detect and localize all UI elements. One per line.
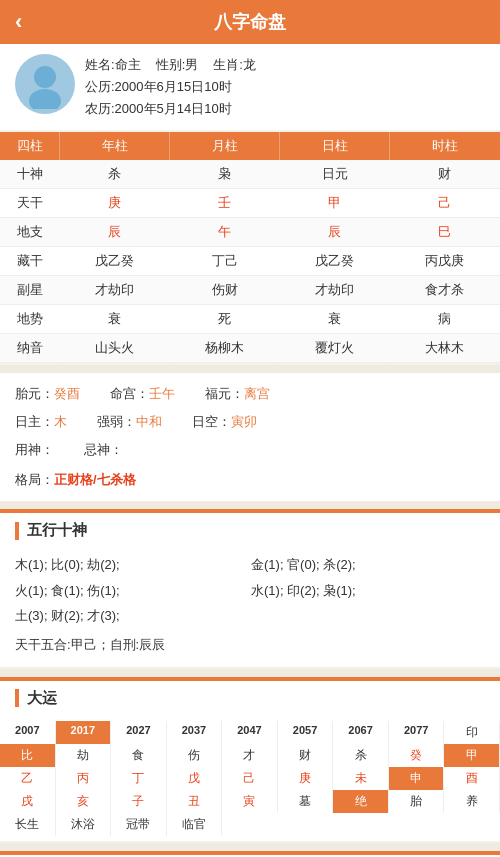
table-row: 纳音 山头火 杨柳木 覆灯火 大林木	[0, 334, 500, 363]
row-label: 十神	[0, 160, 60, 188]
row-label: 天干	[0, 189, 60, 217]
cell-hour-fuxing: 食才杀	[390, 276, 500, 304]
avatar	[15, 54, 75, 114]
cell-day-canggan: 戊乙癸	[280, 247, 390, 275]
cell-month-shishen: 枭	[170, 160, 280, 188]
bazi-table: 四柱 年柱 月柱 日柱 时柱 十神 杀 枭 日元 财 天干 庚 壬 甲 己 地支…	[0, 132, 500, 363]
cell-year-canggan: 戊乙癸	[60, 247, 170, 275]
taiyuan-label: 胎元：癸酉	[15, 381, 80, 407]
dayun-shishen-cell: 食	[111, 744, 167, 767]
dayun-dizhi-cell: 申	[389, 767, 445, 790]
dayun-shishen-cell: 伤	[167, 744, 223, 767]
qiangrou-value: 中和	[136, 414, 162, 429]
profile-gender: 性别:男	[156, 54, 199, 76]
dayun-tiangan-cell: 戊	[167, 767, 223, 790]
section-bar-icon	[15, 689, 19, 707]
page-title: 八字命盘	[214, 12, 286, 32]
qiangrou-label: 强弱：中和	[97, 409, 162, 435]
cell-month-dishi: 死	[170, 305, 280, 333]
dayun-tiangan-cell: 庚	[278, 767, 334, 790]
table-row: 地势 衰 死 衰 病	[0, 305, 500, 334]
col-header-year: 年柱	[60, 132, 170, 160]
row-label: 地势	[0, 305, 60, 333]
cell-year-nayin: 山头火	[60, 334, 170, 362]
table-row: 天干 庚 壬 甲 己	[0, 189, 500, 218]
dayun-dizhi-cell: 子	[111, 790, 167, 813]
dayun-year-cell[interactable]: 2027	[111, 721, 167, 744]
cell-day-nayin: 覆灯火	[280, 334, 390, 362]
cell-hour-nayin: 大林木	[390, 334, 500, 362]
dayun-year-cell[interactable]: 2047	[222, 721, 278, 744]
dayun-state-cell: 沐浴	[56, 813, 112, 836]
dayun-year-cell[interactable]: 2067	[333, 721, 389, 744]
wuxing-line-empty	[251, 604, 485, 627]
svg-point-0	[34, 66, 56, 88]
cell-hour-tiangan: 己	[390, 189, 500, 217]
dayun-shishen-cell: 劫	[56, 744, 112, 767]
dayun-shishen-cell: 比	[0, 744, 56, 767]
minggong-label: 命宫：壬午	[110, 381, 175, 407]
wuxing-title-bar: 五行十神	[0, 509, 500, 548]
dayun-state-cell: 墓	[278, 790, 334, 813]
table-header: 四柱 年柱 月柱 日柱 时柱	[0, 132, 500, 160]
fuku-value: 离宫	[244, 386, 270, 401]
dayun-year-cell[interactable]: 2017	[56, 721, 112, 744]
dayun-year-cell[interactable]: 2037	[167, 721, 223, 744]
wuxing-line-1: 木(1); 比(0); 劫(2);	[15, 553, 249, 576]
header: ‹ 八字命盘	[0, 0, 500, 44]
profile-name: 姓名:命主	[85, 54, 141, 76]
table-row: 藏干 戊乙癸 丁己 戊乙癸 丙戊庚	[0, 247, 500, 276]
dayun-state-cell: 养	[444, 790, 500, 813]
profile-info: 姓名:命主 性别:男 生肖:龙 公历:2000年6月15日10时 农历:2000…	[85, 54, 256, 120]
table-row: 地支 辰 午 辰 巳	[0, 218, 500, 247]
dayun-dizhi-cell: 戌	[0, 790, 56, 813]
dayun-tiangan-cell: 甲	[444, 744, 500, 767]
taiyuan-value: 癸酉	[54, 386, 80, 401]
row-label: 副星	[0, 276, 60, 304]
cell-day-shishen: 日元	[280, 160, 390, 188]
row-label: 纳音	[0, 334, 60, 362]
svg-point-1	[29, 89, 61, 109]
col-header-day: 日柱	[280, 132, 390, 160]
cell-day-fuxing: 才劫印	[280, 276, 390, 304]
wuxing-content: 木(1); 比(0); 劫(2); 金(1); 官(0); 杀(2); 火(1)…	[0, 548, 500, 667]
cell-day-dizhi: 辰	[280, 218, 390, 246]
wuxing-line-6: 水(1); 印(2); 枭(1);	[251, 579, 485, 602]
cell-year-fuxing: 才劫印	[60, 276, 170, 304]
dayun-state-cell: 冠带	[111, 813, 167, 836]
profile-section: 姓名:命主 性别:男 生肖:龙 公历:2000年6月15日10时 农历:2000…	[0, 44, 500, 130]
dayun-tiangan-cell: 丙	[56, 767, 112, 790]
cell-month-tiangan: 壬	[170, 189, 280, 217]
back-button[interactable]: ‹	[15, 9, 22, 35]
cell-day-tiangan: 甲	[280, 189, 390, 217]
dayun-title-bar: 大运	[0, 677, 500, 716]
dayun-shishen-cell: 才	[222, 744, 278, 767]
profile-solar: 公历:2000年6月15日10时	[85, 76, 256, 98]
dayun-section-wrapper: 大运 20072017202720372047205720672077印比劫食伤…	[0, 677, 500, 841]
dayun-state-cell: 绝	[333, 790, 389, 813]
rizhu-value: 木	[54, 414, 67, 429]
cell-month-canggan: 丁己	[170, 247, 280, 275]
dayun-year-cell[interactable]: 2007	[0, 721, 56, 744]
minggong-value: 壬午	[149, 386, 175, 401]
geju-label: 格局：	[15, 472, 54, 487]
rikong-label: 日空：寅卯	[192, 409, 257, 435]
col-header-label: 四柱	[0, 132, 60, 160]
col-header-hour: 时柱	[390, 132, 500, 160]
dayun-title: 大运	[27, 689, 57, 708]
dayun-state-cell: 临官	[167, 813, 223, 836]
profile-zodiac: 生肖:龙	[213, 54, 256, 76]
info-section: 胎元：癸酉 命宫：壬午 福元：离宫 日主：木 强弱：中和 日空：寅卯 用神： 忌…	[0, 373, 500, 501]
cell-hour-dizhi: 巳	[390, 218, 500, 246]
table-row: 十神 杀 枭 日元 财	[0, 160, 500, 189]
wuxing-hege: 天干五合:甲己；自刑:辰辰	[15, 633, 485, 656]
dayun-year-cell[interactable]: 2057	[278, 721, 334, 744]
cell-year-dizhi: 辰	[60, 218, 170, 246]
dayun-tiangan-cell: 丁	[111, 767, 167, 790]
fuku-label: 福元：离宫	[205, 381, 270, 407]
cell-month-dizhi: 午	[170, 218, 280, 246]
cell-hour-dishi: 病	[390, 305, 500, 333]
dayun-tiangan-cell: 癸	[389, 744, 445, 767]
dayun-year-cell[interactable]: 2077	[389, 721, 445, 744]
dayun-dizhi-cell: 寅	[222, 790, 278, 813]
